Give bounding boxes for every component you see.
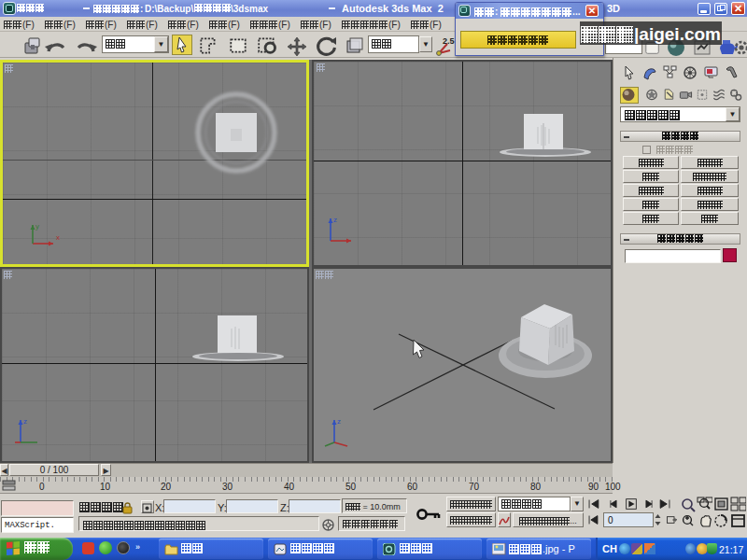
svg-text:z: z [23,417,27,426]
svg-text:2.5: 2.5 [443,36,455,46]
svg-text:x: x [56,233,60,242]
svg-text:y: y [35,222,39,231]
svg-text:z: z [337,417,341,426]
svg-text:z: z [333,216,337,224]
